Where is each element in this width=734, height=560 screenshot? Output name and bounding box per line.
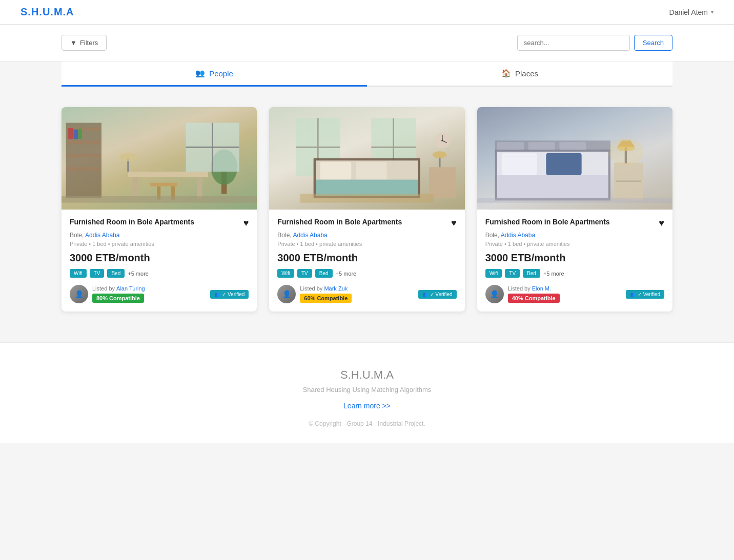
people-icon: 👥 [195,69,205,78]
footer: S.H.U.M.A Shared Housing Using Matching … [0,342,734,443]
svg-rect-49 [616,180,641,182]
card-title-3: Furnished Room in Bole Apartments [485,218,659,226]
location-link-2[interactable]: Addis Ababa [293,232,327,239]
verified-badge-1: 👥 ✓ Verified [210,290,249,299]
svg-rect-21 [62,196,257,203]
search-button[interactable]: Search [634,35,672,51]
favorite-button-3[interactable]: ♥ [659,218,664,229]
svg-rect-30 [320,162,352,180]
amenity-wifi-3: Wifi [485,269,502,278]
tab-people[interactable]: 👥 People [62,61,367,87]
user-menu[interactable]: Daniel Atem ▾ [669,8,713,16]
lister-link-2[interactable]: Mark Zuk [324,285,348,292]
lister-link-3[interactable]: Elon M. [532,285,551,292]
card-title-1: Furnished Room in Bole Apartments [70,218,243,226]
card-footer-1: 👤 Listed by Alan Turing 80% Compatible 👥… [70,285,249,303]
listed-by-3: 👤 Listed by Elon M. 40% Compatible [485,285,560,303]
card-details-3: Private • 1 bed • private amenities [485,241,664,247]
svg-rect-45 [497,175,608,198]
verified-badge-3: 👥 ✓ Verified [626,290,664,299]
listed-by-2: 👤 Listed by Mark Zuk 60% Compatible [277,285,352,303]
listed-by-text-3: Listed by Elon M. [508,285,560,292]
listing-card: Furnished Room in Bole Apartments ♥ Bole… [477,107,672,312]
svg-rect-8 [128,172,208,177]
card-title-2: Furnished Room in Bole Apartments [277,218,451,226]
svg-rect-36 [300,194,434,202]
compatible-badge-3: 40% Compatible [508,294,560,303]
svg-rect-5 [68,128,73,139]
svg-rect-3 [67,154,100,157]
svg-rect-9 [133,177,138,199]
svg-point-20 [119,153,137,161]
card-image-3 [477,107,672,210]
house-icon: 🏠 [501,69,511,78]
amenity-wifi-2: Wifi [277,269,294,278]
card-details-2: Private • 1 bed • private amenities [277,241,456,247]
card-price-3: 3000 ETB/month [485,252,664,264]
filters-button[interactable]: ▼ Filters [62,35,107,51]
search-controls: Search [517,35,672,51]
listed-by-text-1: Listed by Alan Turing [92,285,145,292]
card-price-1: 3000 ETB/month [70,252,249,264]
favorite-button-1[interactable]: ♥ [243,218,249,229]
lister-link-1[interactable]: Alan Turing [116,285,145,292]
svg-rect-31 [356,162,387,180]
favorite-button-2[interactable]: ♥ [451,218,457,229]
card-location-3: Bole, Addis Ababa [485,232,664,239]
amenities-2: Wifi TV Bed +5 more [277,269,456,278]
card-body-3: Furnished Room in Bole Apartments ♥ Bole… [477,210,672,312]
footer-tagline: Shared Housing Using Matching Algorithms [10,386,724,393]
card-details-1: Private • 1 bed • private amenities [70,241,249,247]
svg-rect-55 [528,142,555,150]
svg-rect-7 [78,129,82,139]
avatar-1: 👤 [70,285,88,303]
navbar: S.H.U.M.A Daniel Atem ▾ [0,0,734,25]
amenity-bed-2: Bed [315,269,333,278]
compatible-badge-2: 60% Compatible [300,294,352,303]
amenity-more-3: +5 more [543,271,564,277]
amenity-more-1: +5 more [128,271,149,277]
search-input[interactable] [517,35,630,51]
verified-icon-1: 👥 [214,292,220,297]
location-link-3[interactable]: Addis Ababa [501,232,535,239]
location-link-1[interactable]: Addis Ababa [85,232,119,239]
svg-rect-33 [429,167,456,198]
amenity-bed-3: Bed [523,269,540,278]
card-location-1: Bole, Addis Ababa [70,232,249,239]
cards-grid: Furnished Room in Bole Apartments ♥ Bole… [0,87,734,332]
amenity-wifi-1: Wifi [70,269,87,278]
dropdown-caret: ▾ [711,9,713,15]
svg-point-52 [608,138,643,165]
tab-people-label: People [209,69,233,78]
username-label: Daniel Atem [669,8,708,16]
amenity-tv-2: TV [297,269,312,278]
amenity-tv-1: TV [90,269,105,278]
svg-rect-32 [316,180,418,196]
svg-rect-2 [67,140,100,144]
card-body-2: Furnished Room in Bole Apartments ♥ Bole… [269,210,464,312]
amenities-1: Wifi TV Bed +5 more [70,269,249,278]
svg-rect-6 [73,130,78,139]
card-price-2: 3000 ETB/month [277,252,456,264]
listing-card: Furnished Room in Bole Apartments ♥ Bole… [269,107,464,312]
tab-places-label: Places [515,69,538,78]
brand-logo: S.H.U.M.A [21,6,74,18]
verified-badge-2: 👥 ✓ Verified [418,290,457,299]
avatar-3: 👤 [485,285,504,303]
compatible-badge-1: 80% Compatible [92,294,144,303]
avatar-2: 👤 [277,285,296,303]
svg-rect-43 [501,153,537,175]
card-footer-3: 👤 Listed by Elon M. 40% Compatible 👥 ✓ V… [485,285,664,303]
card-footer-2: 👤 Listed by Mark Zuk 60% Compatible 👥 ✓ … [277,285,456,303]
card-image-1 [62,107,257,210]
tab-places[interactable]: 🏠 Places [367,61,672,87]
svg-rect-57 [477,198,672,203]
svg-rect-54 [497,142,524,150]
amenity-more-2: +5 more [336,271,357,277]
card-body-1: Furnished Room in Bole Apartments ♥ Bole… [62,210,257,312]
svg-rect-4 [67,167,100,171]
amenity-bed-1: Bed [107,269,125,278]
listed-by-text-2: Listed by Mark Zuk [300,285,352,292]
svg-rect-11 [150,183,177,186]
learn-more-link[interactable]: Learn more >> [10,402,724,410]
